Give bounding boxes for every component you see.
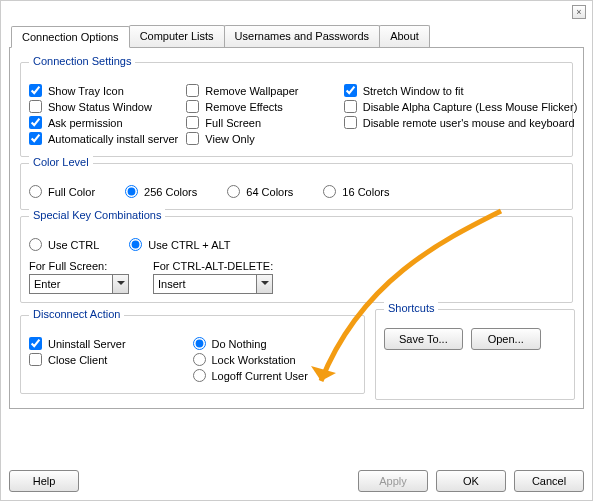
select-value: Insert (158, 278, 186, 290)
chk-label: Full Screen (205, 117, 261, 129)
chk-label: Stretch Window to fit (363, 85, 464, 97)
radio-do-nothing[interactable]: Do Nothing (193, 337, 357, 350)
chk-label: Close Client (48, 354, 107, 366)
radio-use-ctrl-input[interactable] (29, 238, 42, 251)
label-for-full-screen: For Full Screen: (29, 260, 129, 272)
radio-256-colors[interactable]: 256 Colors (125, 185, 197, 198)
open-button[interactable]: Open... (471, 328, 541, 350)
group-title: Special Key Combinations (29, 209, 165, 221)
group-title: Shortcuts (384, 302, 438, 314)
chk-uninstall-server-input[interactable] (29, 337, 42, 350)
radio-label: 16 Colors (342, 186, 389, 198)
chk-label: Remove Wallpaper (205, 85, 298, 97)
chk-label: Disable Alpha Capture (Less Mouse Flicke… (363, 101, 578, 113)
chk-label: Ask permission (48, 117, 123, 129)
chk-ask-permission-input[interactable] (29, 116, 42, 129)
help-button[interactable]: Help (9, 470, 79, 492)
tab-connection-options[interactable]: Connection Options (11, 26, 130, 48)
chevron-down-icon (256, 275, 272, 293)
group-title: Color Level (29, 156, 93, 168)
chk-label: Uninstall Server (48, 338, 126, 350)
select-value: Enter (34, 278, 60, 290)
chk-stretch-window[interactable]: Stretch Window to fit (344, 84, 564, 97)
chk-remove-wallpaper[interactable]: Remove Wallpaper (186, 84, 343, 97)
chk-full-screen[interactable]: Full Screen (186, 116, 343, 129)
radio-lock-workstation[interactable]: Lock Workstation (193, 353, 357, 366)
select-cad-key[interactable]: Insert (153, 274, 273, 294)
group-title: Connection Settings (29, 55, 135, 67)
tab-strip: Connection Options Computer Lists Userna… (11, 25, 592, 47)
chk-label: Remove Effects (205, 101, 282, 113)
radio-use-ctrl[interactable]: Use CTRL (29, 238, 99, 251)
cancel-button[interactable]: Cancel (514, 470, 584, 492)
chk-label: Disable remote user's mouse and keyboard (363, 117, 575, 129)
radio-label: 256 Colors (144, 186, 197, 198)
close-icon[interactable]: × (572, 5, 586, 19)
radio-logoff-user-input[interactable] (193, 369, 206, 382)
chk-label: Show Tray Icon (48, 85, 124, 97)
group-connection-settings: Connection Settings Show Tray Icon Show … (20, 62, 573, 157)
chk-auto-install-input[interactable] (29, 132, 42, 145)
radio-label: Use CTRL + ALT (148, 239, 230, 251)
label-for-cad: For CTRL-ALT-DELETE: (153, 260, 273, 272)
tab-panel: Connection Settings Show Tray Icon Show … (9, 47, 584, 409)
chk-view-only[interactable]: View Only (186, 132, 343, 145)
chk-show-status[interactable]: Show Status Window (29, 100, 186, 113)
radio-label: 64 Colors (246, 186, 293, 198)
chk-auto-install[interactable]: Automatically install server (29, 132, 186, 145)
radio-full-color[interactable]: Full Color (29, 185, 95, 198)
chk-remove-effects[interactable]: Remove Effects (186, 100, 343, 113)
group-title: Disconnect Action (29, 308, 124, 320)
radio-label: Logoff Current User (212, 370, 308, 382)
chk-uninstall-server[interactable]: Uninstall Server (29, 337, 193, 350)
chevron-down-icon (112, 275, 128, 293)
radio-full-color-input[interactable] (29, 185, 42, 198)
tab-computer-lists[interactable]: Computer Lists (129, 25, 225, 47)
chk-close-client[interactable]: Close Client (29, 353, 193, 366)
chk-show-status-input[interactable] (29, 100, 42, 113)
group-color-level: Color Level Full Color 256 Colors 64 Col… (20, 163, 573, 210)
apply-button[interactable]: Apply (358, 470, 428, 492)
chk-close-client-input[interactable] (29, 353, 42, 366)
group-special-keys: Special Key Combinations Use CTRL Use CT… (20, 216, 573, 303)
radio-label: Use CTRL (48, 239, 99, 251)
radio-lock-workstation-input[interactable] (193, 353, 206, 366)
chk-show-tray[interactable]: Show Tray Icon (29, 84, 186, 97)
chk-label: Automatically install server (48, 133, 178, 145)
chk-view-only-input[interactable] (186, 132, 199, 145)
radio-logoff-user[interactable]: Logoff Current User (193, 369, 357, 382)
chk-show-tray-input[interactable] (29, 84, 42, 97)
tab-about[interactable]: About (379, 25, 430, 47)
radio-do-nothing-input[interactable] (193, 337, 206, 350)
group-disconnect-action: Disconnect Action Uninstall Server Close… (20, 315, 365, 394)
chk-label: View Only (205, 133, 254, 145)
radio-use-ctrl-alt-input[interactable] (129, 238, 142, 251)
chk-disable-alpha[interactable]: Disable Alpha Capture (Less Mouse Flicke… (344, 100, 564, 113)
save-to-button[interactable]: Save To... (384, 328, 463, 350)
group-shortcuts: Shortcuts Save To... Open... (375, 309, 575, 400)
chk-ask-permission[interactable]: Ask permission (29, 116, 186, 129)
radio-label: Lock Workstation (212, 354, 296, 366)
radio-256-colors-input[interactable] (125, 185, 138, 198)
chk-disable-remote-input-box[interactable] (344, 116, 357, 129)
tab-usernames-passwords[interactable]: Usernames and Passwords (224, 25, 381, 47)
radio-label: Do Nothing (212, 338, 267, 350)
chk-remove-effects-input[interactable] (186, 100, 199, 113)
chk-label: Show Status Window (48, 101, 152, 113)
radio-use-ctrl-alt[interactable]: Use CTRL + ALT (129, 238, 230, 251)
chk-disable-remote-input[interactable]: Disable remote user's mouse and keyboard (344, 116, 564, 129)
radio-64-colors[interactable]: 64 Colors (227, 185, 293, 198)
chk-remove-wallpaper-input[interactable] (186, 84, 199, 97)
chk-stretch-window-input[interactable] (344, 84, 357, 97)
radio-16-colors[interactable]: 16 Colors (323, 185, 389, 198)
dialog-footer: Help Apply OK Cancel (9, 470, 584, 492)
select-full-screen-key[interactable]: Enter (29, 274, 129, 294)
chk-disable-alpha-input[interactable] (344, 100, 357, 113)
ok-button[interactable]: OK (436, 470, 506, 492)
radio-label: Full Color (48, 186, 95, 198)
chk-full-screen-input[interactable] (186, 116, 199, 129)
radio-16-colors-input[interactable] (323, 185, 336, 198)
radio-64-colors-input[interactable] (227, 185, 240, 198)
